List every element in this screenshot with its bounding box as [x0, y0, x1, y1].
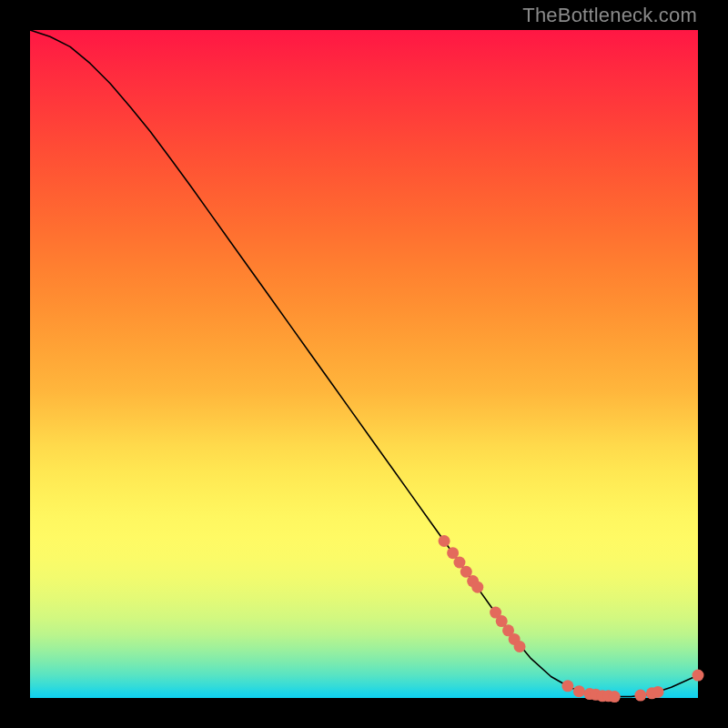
chart-svg [30, 30, 698, 698]
chart-plot-area [30, 30, 698, 698]
chart-marker [514, 641, 526, 652]
chart-marker [439, 535, 450, 547]
chart-marker [652, 686, 663, 698]
chart-marker [561, 680, 573, 692]
chart-marker [634, 690, 646, 702]
chart-marker [573, 685, 585, 697]
chart-marker [609, 691, 621, 703]
chart-marker [471, 581, 483, 593]
chart-line [30, 30, 698, 697]
watermark-text: TheBottleneck.com [522, 4, 697, 27]
chart-marker [693, 670, 704, 682]
chart-markers [439, 535, 704, 703]
chart-stage: TheBottleneck.com [0, 0, 728, 728]
